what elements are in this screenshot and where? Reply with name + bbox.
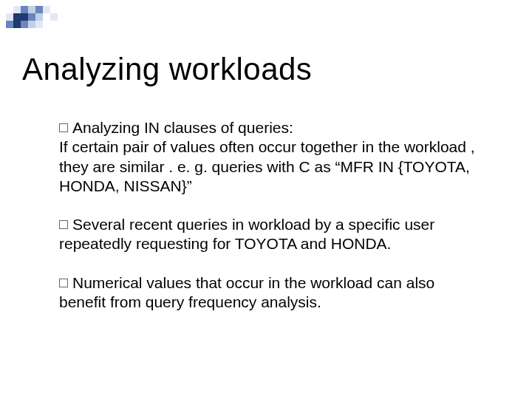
deco-square — [43, 13, 50, 21]
deco-square — [43, 6, 50, 13]
deco-square — [58, 21, 65, 28]
slide-title: Analyzing workloads — [22, 52, 312, 87]
deco-square — [43, 21, 50, 28]
deco-square — [35, 6, 43, 13]
bullet-item: Numerical values that occur in the workl… — [59, 273, 502, 313]
bullet-lead: Numerical values that occur in the workl… — [72, 274, 434, 291]
checkbox-icon — [59, 220, 68, 229]
slide-body: Analyzing IN clauses of queries: If cert… — [59, 118, 502, 331]
deco-square — [35, 13, 43, 21]
deco-square — [13, 13, 21, 21]
slide: Analyzing workloads Analyzing IN clauses… — [0, 0, 532, 399]
bullet-item: Analyzing IN clauses of queries: If cert… — [59, 118, 502, 196]
deco-square — [35, 21, 43, 28]
deco-square — [50, 6, 58, 13]
deco-square — [21, 13, 28, 21]
bullet-lead: Several recent queries in workload by a … — [72, 216, 434, 233]
bullet-lead: Analyzing IN clauses of queries: — [72, 119, 293, 136]
deco-square — [13, 6, 21, 13]
checkbox-icon — [59, 123, 68, 132]
deco-square — [58, 13, 65, 21]
deco-square — [6, 21, 13, 28]
deco-square — [6, 13, 13, 21]
deco-square — [28, 13, 35, 21]
bullet-body: repeatedly requesting for TOYOTA and HON… — [59, 234, 502, 253]
deco-square — [58, 6, 65, 13]
deco-square — [28, 21, 35, 28]
deco-square — [50, 21, 58, 28]
deco-square — [13, 21, 21, 28]
bullet-body: benefit from query frequency analysis. — [59, 293, 502, 312]
bullet-item: Several recent queries in workload by a … — [59, 215, 502, 254]
deco-square — [6, 6, 13, 13]
deco-square — [21, 6, 28, 13]
deco-square — [21, 21, 28, 28]
checkbox-icon — [59, 279, 68, 287]
deco-square — [50, 13, 58, 21]
deco-square — [28, 6, 35, 13]
bullet-body: If certain pair of values often occur to… — [59, 137, 502, 196]
corner-decoration — [6, 6, 95, 30]
